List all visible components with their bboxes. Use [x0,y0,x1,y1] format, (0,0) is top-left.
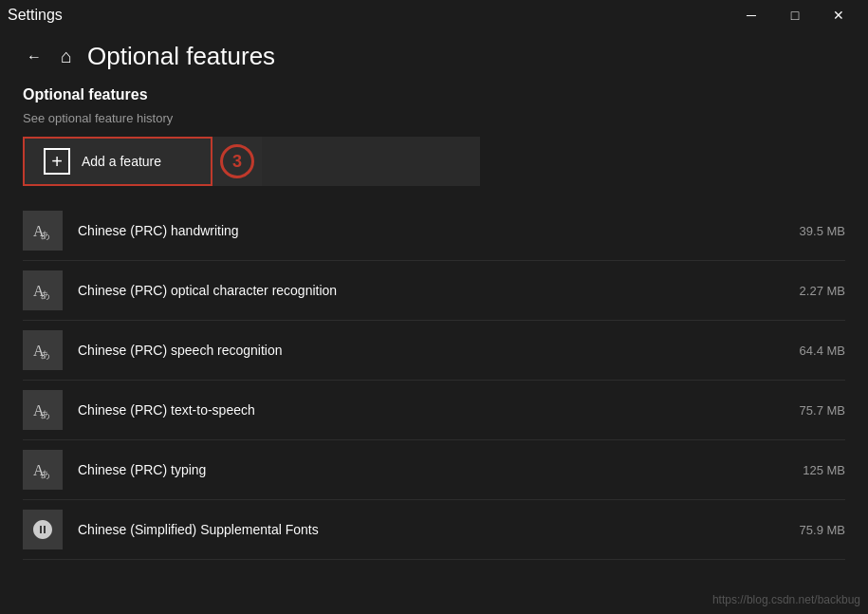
badge-circle-container: 3 [212,137,262,186]
feature-size: 75.7 MB [779,403,845,418]
plus-icon: + [44,148,70,175]
feature-icon: A あ [23,390,63,430]
feature-name: Chinese (PRC) speech recognition [78,343,779,358]
svg-text:あ: あ [41,230,50,240]
feature-size: 39.5 MB [779,224,845,238]
add-feature-area: + Add a feature 3 [23,137,845,186]
section-title: Optional features [23,86,845,103]
list-item[interactable]: A あ Chinese (PRC) speech recognition64.4… [23,321,845,381]
title-bar-left: Settings [8,7,63,24]
optional-feature-history-link[interactable]: See optional feature history [23,111,845,125]
filler-bar [262,137,480,186]
list-item[interactable]: A あ Chinese (PRC) typing125 MB [23,440,845,500]
feature-name: Chinese (PRC) handwriting [78,223,779,238]
svg-text:あ: あ [41,409,50,419]
feature-size: 125 MB [779,463,845,477]
svg-text:あ: あ [41,289,50,300]
feature-size: 2.27 MB [779,284,845,298]
feature-list: A あ Chinese (PRC) handwriting39.5 MB A あ… [23,201,845,560]
add-feature-button[interactable]: + Add a feature [23,137,212,186]
watermark: https://blog.csdn.net/backbug [712,593,860,606]
page-header: ← ⌂ Optional features [23,30,845,86]
title-bar: Settings ─ □ ✕ [0,0,868,30]
list-item[interactable]: A あ Chinese (PRC) optical character reco… [23,261,845,321]
feature-size: 75.9 MB [779,523,845,537]
title-bar-title: Settings [8,7,63,24]
list-item[interactable]: A あ Chinese (PRC) text-to-speech75.7 MB [23,381,845,440]
feature-name: Chinese (PRC) typing [78,462,779,477]
badge-number: 3 [220,144,254,178]
main-content: ← ⌂ Optional features Optional features … [0,30,868,560]
list-item[interactable]: Chinese (Simplified) Supplemental Fonts7… [23,500,845,560]
feature-icon: A あ [23,270,63,310]
back-button[interactable]: ← [23,46,46,68]
minimize-button[interactable]: ─ [729,0,773,30]
page-title: Optional features [87,42,275,71]
list-item[interactable]: A あ Chinese (PRC) handwriting39.5 MB [23,201,845,261]
feature-name: Chinese (PRC) optical character recognit… [78,283,779,298]
feature-name: Chinese (PRC) text-to-speech [78,402,779,418]
home-icon: ⌂ [61,46,72,67]
feature-icon [23,510,63,549]
feature-icon: A あ [23,450,63,490]
feature-icon: A あ [23,211,63,251]
title-bar-controls: ─ □ ✕ [729,0,860,30]
feature-size: 64.4 MB [779,344,845,358]
close-button[interactable]: ✕ [817,0,860,30]
add-feature-label: Add a feature [82,154,161,169]
feature-icon: A あ [23,330,63,370]
feature-name: Chinese (Simplified) Supplemental Fonts [78,522,779,537]
maximize-button[interactable]: □ [773,0,817,30]
svg-text:あ: あ [41,349,50,360]
svg-text:あ: あ [41,469,50,479]
